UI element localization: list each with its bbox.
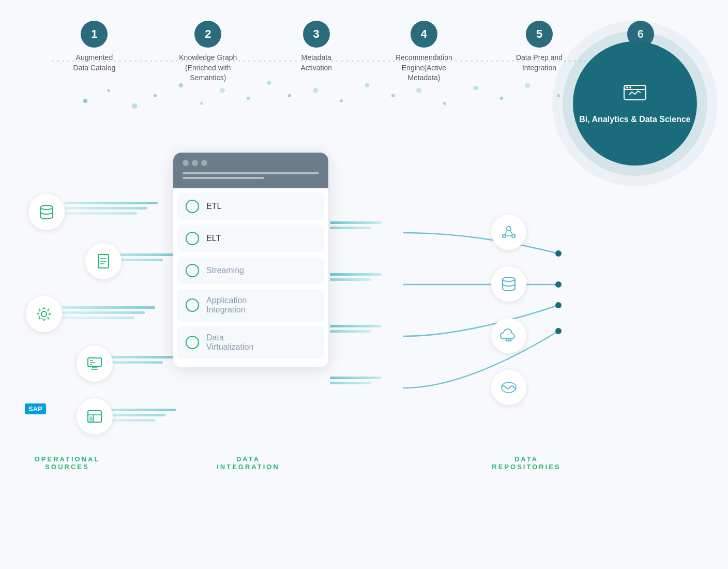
- panel-dot-1: [183, 160, 189, 166]
- svg-point-56: [39, 309, 49, 319]
- svg-point-49: [555, 328, 562, 334]
- app-integration-radio[interactable]: [186, 298, 199, 312]
- repo-database-icon: [491, 266, 526, 302]
- svg-point-46: [555, 250, 562, 257]
- app-integration-label: ApplicationIntegration: [206, 296, 247, 315]
- streaming-label: Streaming: [206, 266, 244, 275]
- svg-rect-43: [330, 330, 371, 333]
- svg-point-20: [557, 94, 560, 97]
- svg-point-70: [512, 234, 515, 237]
- integration-panel: ETL ELT Streaming ApplicationIntegration…: [173, 153, 328, 367]
- number-circle-2: 2: [194, 21, 221, 48]
- top-item-1: 1 AugmentedData Catalog: [73, 21, 116, 73]
- source-gear-icon: [26, 296, 62, 332]
- svg-rect-45: [330, 382, 371, 384]
- panel-window: ETL ELT Streaming ApplicationIntegration…: [173, 153, 328, 367]
- svg-point-47: [555, 281, 562, 288]
- svg-point-18: [500, 97, 503, 100]
- section-label-integration: DATAINTEGRATION: [171, 455, 326, 471]
- svg-point-55: [41, 311, 47, 317]
- data-virt-label: DataVirtualization: [206, 333, 253, 352]
- svg-line-71: [505, 230, 507, 234]
- elt-radio[interactable]: [186, 232, 199, 245]
- repo-cloud-icon: [491, 318, 526, 353]
- number-circle-1: 1: [81, 21, 108, 48]
- svg-point-4: [154, 94, 157, 97]
- svg-point-50: [40, 205, 53, 209]
- svg-point-12: [340, 99, 343, 102]
- elt-label: ELT: [206, 234, 221, 243]
- svg-point-74: [503, 277, 515, 281]
- svg-rect-57: [88, 358, 101, 366]
- panel-item-streaming[interactable]: Streaming: [177, 257, 324, 284]
- svg-point-10: [288, 94, 291, 97]
- top-label-4: RecommendationEngine(ActiveMetadata): [396, 53, 452, 83]
- svg-rect-25: [65, 202, 158, 204]
- top-label-2: Knowledge Graph(Enriched withSemantics): [179, 53, 237, 83]
- top-item-3: 3 MetadataActivation: [300, 21, 332, 73]
- top-label-1: AugmentedData Catalog: [73, 53, 116, 73]
- svg-rect-38: [330, 221, 382, 224]
- svg-point-68: [507, 227, 511, 231]
- panel-line-1: [183, 172, 319, 174]
- svg-point-3: [132, 103, 137, 109]
- data-virt-radio[interactable]: [186, 336, 199, 349]
- svg-point-48: [555, 302, 562, 308]
- svg-rect-30: [62, 306, 155, 309]
- svg-rect-67: [90, 419, 92, 421]
- sap-badge: SAP: [25, 403, 46, 414]
- panel-line-2: [183, 177, 264, 179]
- top-item-5: 5 Data Prep andIntegration: [516, 21, 563, 73]
- section-label-operational: OPERATIONAL SOURCES: [16, 455, 119, 471]
- section-label-repositories: DATAREPOSITORIES: [469, 455, 583, 471]
- svg-rect-31: [62, 311, 145, 314]
- bi-circle-label: Bi, Analytics & Data Science: [579, 114, 691, 125]
- svg-rect-61: [93, 366, 97, 368]
- panel-dot-3: [201, 160, 207, 166]
- svg-point-83: [629, 86, 631, 88]
- svg-point-82: [626, 86, 628, 88]
- svg-point-69: [503, 234, 506, 237]
- svg-point-8: [247, 97, 250, 100]
- bi-circle-icon: [622, 81, 648, 108]
- panel-item-app-integration[interactable]: ApplicationIntegration: [177, 289, 324, 322]
- etl-radio[interactable]: [186, 200, 199, 213]
- bi-analytics-circle: Bi, Analytics & Data Science: [573, 41, 697, 166]
- top-label-3: MetadataActivation: [300, 53, 332, 73]
- svg-rect-44: [330, 377, 382, 379]
- etl-label: ETL: [206, 202, 221, 211]
- number-circle-4: 4: [411, 21, 437, 48]
- svg-rect-26: [65, 207, 147, 209]
- source-monitor-icon: [77, 346, 113, 382]
- svg-rect-39: [330, 227, 371, 229]
- svg-rect-42: [330, 325, 382, 327]
- panel-item-data-virt[interactable]: DataVirtualization: [177, 326, 324, 359]
- svg-rect-41: [330, 278, 371, 281]
- repo-graph-icon: [491, 215, 526, 250]
- panel-item-etl[interactable]: ETL: [177, 192, 324, 220]
- top-label-5: Data Prep andIntegration: [516, 53, 563, 73]
- number-circle-3: 3: [303, 21, 330, 48]
- svg-rect-66: [90, 417, 92, 419]
- svg-point-6: [200, 102, 203, 105]
- top-item-4: 4 RecommendationEngine(ActiveMetadata): [396, 21, 452, 83]
- panel-items-list: ETL ELT Streaming ApplicationIntegration…: [173, 188, 328, 367]
- panel-dot-2: [192, 160, 198, 166]
- svg-point-16: [443, 102, 446, 105]
- source-table-icon: [77, 398, 113, 435]
- svg-rect-32: [62, 317, 134, 319]
- number-circle-5: 5: [526, 21, 553, 48]
- repo-wave-icon: [491, 370, 526, 405]
- svg-point-14: [391, 94, 395, 97]
- svg-rect-40: [330, 273, 382, 276]
- svg-rect-27: [65, 212, 137, 215]
- panel-titlebar: [173, 153, 328, 188]
- top-item-2: 2 Knowledge Graph(Enriched withSemantics…: [179, 21, 237, 83]
- source-document-icon: [85, 243, 122, 279]
- source-database-icon: [28, 194, 65, 230]
- streaming-radio[interactable]: [186, 264, 199, 277]
- panel-item-elt[interactable]: ELT: [177, 224, 324, 252]
- svg-line-72: [510, 230, 512, 234]
- svg-point-1: [83, 99, 87, 103]
